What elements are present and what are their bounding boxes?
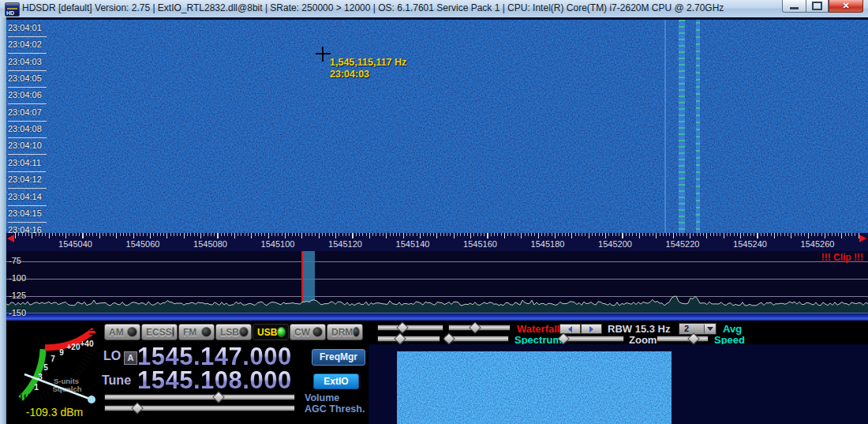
frequency-tick-label: 1545220 [666,239,700,249]
frequency-tick-label: 1545080 [193,239,227,249]
frequency-tick-label: 1545260 [801,239,835,249]
mode-button-cw[interactable]: CW [290,324,326,340]
waterfall-signal-stripe [664,20,666,233]
spectrum-trace [6,251,868,313]
waterfall-timestamp: 23:04:12 [8,174,47,189]
scale-arrow-right-icon[interactable] [859,235,866,242]
waterfall-timestamp: 23:04:11 [8,158,46,172]
lo-label: LO [103,349,121,363]
db-axis-label: -75 [9,256,21,265]
waterfall-brightness-slider[interactable] [448,325,511,331]
mode-led-icon [172,327,174,337]
waterfall-timestamp: 23:04:07 [8,107,47,122]
tune-frequency[interactable]: 1545.108.000 [137,369,292,392]
waterfall-contrast-slider[interactable] [377,325,443,331]
extio-button[interactable]: ExtIO [313,373,359,389]
agc-threshold-slider[interactable] [104,405,295,411]
mode-button-fm[interactable]: FM [178,324,215,340]
mode-button-label: DRM [331,327,353,338]
smeter-needle-pivot [88,396,95,403]
mode-button-label: USB [257,327,277,338]
smeter-scale-label: 5 [43,363,48,372]
slider-thumb[interactable] [469,321,481,334]
volume-slider[interactable] [104,394,295,400]
lo-a-badge[interactable]: A [124,351,137,365]
window-frame-left [0,17,6,424]
freqmgr-button[interactable]: FreqMgr [312,349,365,366]
major-ticks [15,233,859,238]
mode-button-lsb[interactable]: LSB [215,324,252,340]
waterfall-timestamp: 23:04:10 [8,141,47,155]
waterfall-timestamp: 23:04:15 [8,208,47,223]
frequency-tick-label: 1545100 [261,239,295,249]
smeter-scale-label: +20 [67,343,80,351]
slider-thumb[interactable] [396,321,409,334]
waterfall-timestamp: 23:04:08 [8,124,47,138]
close-button[interactable]: ✕ [829,0,863,13]
mode-led-icon [201,327,211,337]
rbw-value: RBW 15.3 Hz [608,323,670,335]
mode-button-label: CW [294,327,310,338]
mode-led-icon [127,327,137,337]
smeter-scale-label: +40 [80,340,94,348]
spectrum-contrast-slider[interactable] [377,336,440,342]
db-axis-label: -100 [9,273,26,283]
mini-waterfall-panel [369,344,868,424]
zoom-slider[interactable] [561,336,624,342]
lo-frequency[interactable]: 1545.147.000 [137,345,292,369]
mode-button-label: ECSS [146,327,172,338]
frequency-tick-label: 1545060 [126,239,160,249]
mode-button-label: FM [183,327,196,338]
waterfall-timestamp: 23:04:03 [8,57,47,71]
waterfall-timestamp: 23:04:14 [8,192,47,206]
smeter-scale-label: 9 [59,348,64,357]
mode-led-icon [353,327,360,337]
minimize-button[interactable] [782,0,806,13]
mode-button-ecss[interactable]: ECSS [141,324,178,340]
mode-button-am[interactable]: AM [104,324,140,340]
tooltip-frequency: 1,545,115,117 Hz [330,57,406,69]
mode-led-icon [312,327,323,337]
frequency-tick-label: 1545180 [531,239,565,249]
maximize-button[interactable] [806,0,829,13]
waterfall-tooltip: 1,545,115,117 Hz 23:04:03 [330,57,406,81]
spectrum-brightness-slider[interactable] [444,336,509,342]
frequency-tick-label: 1545140 [396,239,430,249]
app-window: HD HDSDR [default] Version: 2.75 | ExtIO… [0,0,868,424]
chevron-down-icon[interactable] [704,325,715,333]
tune-label: Tune [102,373,131,388]
titlebar: HD HDSDR [default] Version: 2.75 | ExtIO… [0,0,868,18]
frequency-scale[interactable]: 1545040154506015450801545100154512015451… [6,233,868,251]
waterfall-display[interactable]: 23:04:0123:04:0223:04:0323:04:0523:04:06… [6,20,868,233]
waterfall-timestamp: 23:04:06 [8,90,47,104]
smeter-scale-label: 7 [51,355,55,363]
mode-button-drm[interactable]: DRM [327,324,363,340]
avg-select[interactable]: 2 [679,323,716,335]
clip-warning: !!! Clip !!! [821,252,863,263]
s-meter[interactable]: 1 3 5 7 9 +20 +40 S-units Squelch -109.3… [6,321,103,424]
slider-thumb[interactable] [443,332,455,345]
spectrum-display[interactable]: -75-100-125-150 !!! Clip !!! [6,251,868,313]
speed-slider[interactable] [657,336,709,342]
waterfall-timestamp: 23:04:02 [8,39,47,54]
rbw-stepper-up-button[interactable] [581,324,602,334]
volume-label: Volume [305,392,339,403]
waterfall-signal-stripe [679,20,685,233]
slider-thumb[interactable] [394,332,406,345]
db-axis-label: -150 [9,308,26,317]
frequency-tick-label: 1545160 [463,239,497,249]
waterfall-label: Waterfall [517,323,559,335]
scale-arrow-left-icon[interactable] [7,235,14,242]
waterfall-timestamp: 23:04:05 [8,73,47,88]
frequency-tick-label: 1545040 [58,239,92,249]
mini-waterfall[interactable] [397,351,672,424]
rbw-stepper [559,324,602,334]
cursor-crosshair-icon [322,47,324,62]
mode-buttons: AMECSSFMLSBUSBCWDRM [104,324,363,340]
control-panel: 1 3 5 7 9 +20 +40 S-units Squelch -109.3… [6,321,868,424]
mode-led-icon [239,327,249,337]
agc-slider-thumb[interactable] [131,402,144,415]
avg-select-value: 2 [684,324,689,333]
mode-button-usb[interactable]: USB [253,324,289,340]
waterfall-timestamp: 23:04:01 [8,23,47,37]
